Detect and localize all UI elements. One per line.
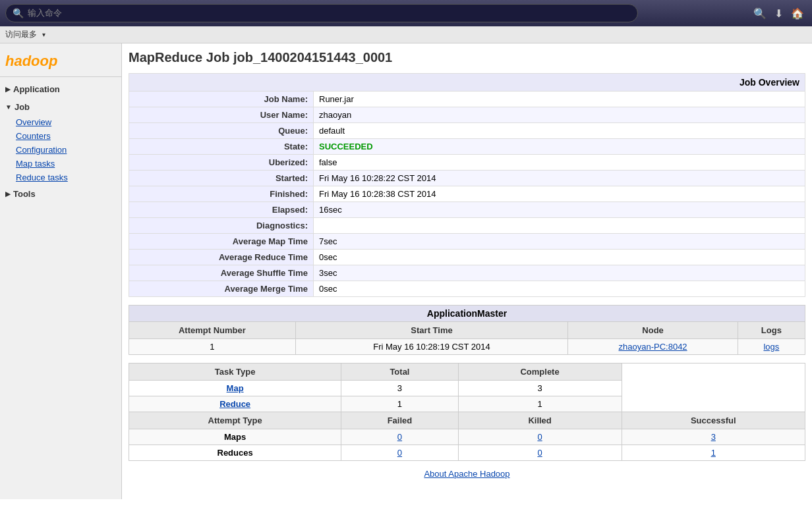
field-label: State: [129, 139, 314, 155]
table-row: 1 Fri May 16 10:28:19 CST 2014 zhaoyan-P… [129, 339, 805, 355]
sidebar-item-map-tasks[interactable]: Map tasks [11, 157, 121, 171]
sidebar: hadoop ▶ Application ▼ Job Overview Coun… [0, 43, 122, 499]
field-value: false [314, 155, 805, 171]
field-label: Job Name: [129, 92, 314, 107]
toolbar-dropdown-arrow: ▾ [42, 31, 45, 38]
col-start-time: Start Time [295, 322, 568, 339]
field-label: Average Reduce Time [129, 250, 314, 265]
table-row-reduce: Reduce 1 1 [129, 396, 805, 412]
table-row: Average Map Time 7sec [129, 234, 805, 250]
field-value: Runer.jar [314, 92, 805, 107]
job-overview-header-row: Job Overview [129, 74, 805, 92]
table-row: Finished: Fri May 16 10:28:38 CST 2014 [129, 186, 805, 202]
col-total: Total [341, 363, 458, 381]
sidebar-item-counters[interactable]: Counters [11, 129, 121, 143]
attempt-type-reduces: Reduces [129, 445, 341, 461]
toolbar-bar: 访问最多 ▾ [0, 26, 812, 43]
sidebar-application-header[interactable]: ▶ Application [0, 81, 121, 97]
field-value: default [314, 123, 805, 139]
search-box[interactable]: 🔍 输入命令 [5, 4, 638, 22]
job-overview-title: Job Overview [129, 74, 805, 92]
table-row: Queue: default [129, 123, 805, 139]
reduces-failed: 0 [341, 445, 458, 461]
page-title: MapReduce Job job_1400204151443_0001 [129, 50, 392, 65]
sidebar-item-reduce-tasks[interactable]: Reduce tasks [11, 171, 121, 184]
reduce-total: 1 [341, 396, 458, 412]
sidebar-item-configuration[interactable]: Configuration [11, 143, 121, 157]
sidebar-tools-header[interactable]: ▶ Tools [0, 186, 121, 202]
maps-failed-link[interactable]: 0 [397, 432, 402, 442]
reduces-killed-link[interactable]: 0 [537, 448, 542, 458]
col-complete: Complete [458, 363, 622, 381]
reduces-successful: 1 [622, 445, 805, 461]
node-link[interactable]: zhaoyan-PC:8042 [619, 342, 687, 352]
application-master-table: ApplicationMaster Attempt Number Start T… [129, 305, 805, 355]
field-label: Queue: [129, 123, 314, 139]
reduce-link[interactable]: Reduce [219, 399, 250, 409]
search-button[interactable]: 🔍 [751, 6, 769, 21]
col-attempt-number: Attempt Number [129, 322, 296, 339]
table-header-row: Task Type Total Complete [129, 363, 805, 381]
table-row: ApplicationMaster [129, 306, 805, 322]
field-value: 16sec [314, 202, 805, 218]
maps-successful-link[interactable]: 3 [711, 432, 716, 442]
task-type-map: Map [129, 381, 341, 396]
tools-label: Tools [13, 189, 36, 199]
field-value: 7sec [314, 234, 805, 250]
page-title-container: MapReduce Job job_1400204151443_0001 [129, 50, 805, 65]
table-row: Average Merge Time 0sec [129, 281, 805, 297]
table-row: Elapsed: 16sec [129, 202, 805, 218]
field-label: User Name: [129, 107, 314, 123]
field-value [314, 218, 805, 234]
field-value: zhaoyan [314, 107, 805, 123]
table-header-row: Attempt Number Start Time Node Logs [129, 322, 805, 339]
attempt-logs: logs [738, 339, 805, 355]
task-type-reduce: Reduce [129, 396, 341, 412]
col-attempt-type: Attempt Type [129, 412, 341, 429]
table-row: State: SUCCEEDED [129, 139, 805, 155]
maps-successful: 3 [622, 429, 805, 445]
attempt-type-maps: Maps [129, 429, 341, 445]
field-value: Fri May 16 10:28:22 CST 2014 [314, 171, 805, 186]
field-label: Started: [129, 171, 314, 186]
sidebar-section-job: ▼ Job Overview Counters Configuration Ma… [0, 99, 121, 184]
toolbar-label[interactable]: 访问最多 [5, 29, 37, 40]
about-hadoop-link[interactable]: About Apache Hadoop [424, 469, 509, 479]
attempt-node: zhaoyan-PC:8042 [568, 339, 738, 355]
content-area: MapReduce Job job_1400204151443_0001 Job… [122, 43, 812, 499]
reduces-failed-link[interactable]: 0 [397, 448, 402, 458]
sidebar-logo: hadoop [0, 49, 121, 77]
table-row: User Name: zhaoyan [129, 107, 805, 123]
sidebar-section-application: ▶ Application [0, 81, 121, 97]
field-label: Uberized: [129, 155, 314, 171]
field-label: Average Shuffle Time [129, 265, 314, 281]
application-label: Application [13, 84, 60, 94]
browser-bar: 🔍 输入命令 🔍 ⬇ 🏠 [0, 0, 812, 26]
col-logs: Logs [738, 322, 805, 339]
table-row-maps-attempt: Maps 0 0 3 [129, 429, 805, 445]
field-value-state: SUCCEEDED [314, 139, 805, 155]
hadoop-logo-text: hadoop [5, 53, 57, 69]
job-arrow: ▼ [5, 103, 12, 111]
home-button[interactable]: 🏠 [788, 6, 807, 21]
sidebar-section-tools: ▶ Tools [0, 186, 121, 202]
browser-actions: 🔍 ⬇ 🏠 [751, 6, 807, 21]
attempt-number: 1 [129, 339, 296, 355]
field-label: Finished: [129, 186, 314, 202]
download-button[interactable]: ⬇ [772, 6, 786, 21]
field-label: Elapsed: [129, 202, 314, 218]
job-overview-table: Job Overview Job Name: Runer.jar User Na… [129, 73, 805, 297]
field-label: Average Merge Time [129, 281, 314, 297]
search-placeholder: 输入命令 [28, 7, 62, 19]
table-row: Uberized: false [129, 155, 805, 171]
logs-link[interactable]: logs [763, 342, 779, 352]
sidebar-job-header[interactable]: ▼ Job [0, 99, 121, 115]
application-arrow: ▶ [5, 86, 11, 93]
col-killed: Killed [458, 412, 622, 429]
field-value: 0sec [314, 250, 805, 265]
maps-killed-link[interactable]: 0 [537, 432, 542, 442]
sidebar-item-overview[interactable]: Overview [11, 115, 121, 129]
field-label: Average Map Time [129, 234, 314, 250]
map-link[interactable]: Map [227, 383, 244, 393]
reduces-successful-link[interactable]: 1 [711, 448, 716, 458]
